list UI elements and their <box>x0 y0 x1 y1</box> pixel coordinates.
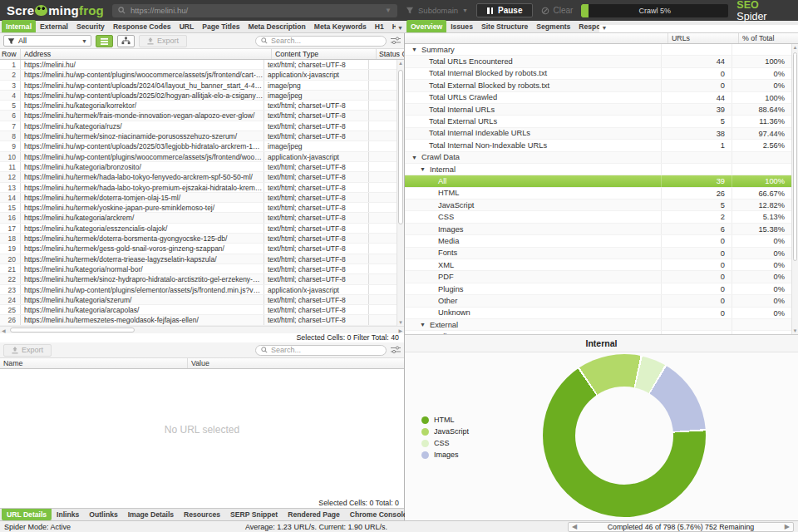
url-table-header[interactable]: Row Address Content Type Status Cod * <box>0 49 404 60</box>
overview-row-css[interactable]: CSS25.13% <box>405 211 791 223</box>
scroll-left-icon[interactable]: ◀ <box>572 523 577 530</box>
table-row[interactable]: 17https://melini.hu/kategoria/esszencial… <box>0 224 397 234</box>
tab-overflow-icon[interactable]: ▼ <box>396 25 406 32</box>
column-header-content-type[interactable]: Content Type <box>271 49 376 59</box>
bottom-tab-resources[interactable]: Resources <box>179 509 225 520</box>
overview-row-images[interactable]: Images615.38% <box>405 224 791 235</box>
bottom-tab-rendered-page[interactable]: Rendered Page <box>283 509 345 520</box>
tab-url[interactable]: URL <box>175 20 199 32</box>
collapse-icon[interactable]: ▼ <box>420 322 426 328</box>
table-row[interactable]: 22https://melini.hu/termek/sinoz-hydrapr… <box>0 274 397 284</box>
filter-dropdown[interactable]: All ▼ <box>3 35 91 47</box>
overview-row-total-internal-non-indexable-urls[interactable]: Total Internal Non-Indexable URLs12.56% <box>405 140 791 151</box>
legend-item-javascript[interactable]: JavaScript <box>421 427 469 436</box>
list-view-button[interactable] <box>96 35 113 47</box>
overview-header[interactable]: URLs % of Total <box>405 33 798 44</box>
export-button[interactable]: Export <box>3 344 52 357</box>
tab-external[interactable]: External <box>36 20 72 32</box>
overview-row-total-external-urls[interactable]: Total External URLs511.36% <box>405 116 791 127</box>
table-row[interactable]: 12https://melini.hu/termek/hada-labo-tok… <box>0 172 397 182</box>
overview-row-plugins[interactable]: Plugins00% <box>405 283 791 295</box>
vertical-scrollbar[interactable]: ▲ ▼ <box>791 44 798 334</box>
tab-overview[interactable]: Overview <box>406 20 446 32</box>
table-row[interactable]: 13https://melini.hu/termek/hada-labo-tok… <box>0 183 397 193</box>
overview-row-total-internal-urls[interactable]: Total Internal URLs3988.64% <box>405 104 791 116</box>
overview-row-xml[interactable]: XML00% <box>405 259 791 271</box>
tab-h1[interactable]: H1 <box>371 20 388 32</box>
table-row[interactable]: 7https://melini.hu/kategoria/ruzs/text/h… <box>0 121 397 131</box>
table-row[interactable]: 2https://melini.hu/wp-content/plugins/wo… <box>0 70 397 80</box>
tab-response-times[interactable]: Response Times <box>574 20 599 32</box>
overview-row-internal[interactable]: ▼Internal <box>405 164 791 175</box>
table-row[interactable]: 18https://melini.hu/termek/doterra-borsm… <box>0 234 397 244</box>
bottom-tab-image-details[interactable]: Image Details <box>123 509 179 520</box>
overview-row-total-external-blocked-by-robots-txt[interactable]: Total External Blocked by robots.txt00% <box>405 80 791 91</box>
vertical-scrollbar[interactable]: ▲ ▼ <box>397 60 404 326</box>
scroll-up-icon[interactable]: ▲ <box>792 45 798 50</box>
column-header-address[interactable]: Address <box>20 49 271 59</box>
legend-item-html[interactable]: HTML <box>421 416 469 424</box>
overview-row-total-internal-indexable-urls[interactable]: Total Internal Indexable URLs3897.44% <box>405 128 791 140</box>
table-row[interactable]: 8https://melini.hu/termek/sinoz-niacinam… <box>0 131 397 141</box>
table-row[interactable]: 3https://melini.hu/wp-content/uploads/20… <box>0 81 397 91</box>
table-row[interactable]: 5https://melini.hu/kategoria/korrektor/t… <box>0 101 397 111</box>
table-row[interactable]: 11https://melini.hu/kategoria/bronzosito… <box>0 162 397 172</box>
tab-meta-description[interactable]: Meta Description <box>244 20 310 32</box>
scroll-up-icon[interactable]: ▲ <box>397 61 404 66</box>
export-button[interactable]: Export <box>139 35 187 47</box>
clear-button[interactable]: Clear <box>541 6 573 15</box>
overview-row-total-internal-blocked-by-robots-txt[interactable]: Total Internal Blocked by robots.txt00% <box>405 68 791 80</box>
subdomain-select[interactable]: Subdomain ▼ <box>406 6 468 15</box>
filter-settings-icon[interactable] <box>391 37 401 45</box>
overview-row-total-urls-encountered[interactable]: Total URLs Encountered44100% <box>405 56 791 67</box>
table-row[interactable]: 16https://melini.hu/kategoria/arckrem/te… <box>0 213 397 223</box>
legend-item-css[interactable]: CSS <box>421 439 469 447</box>
table-row[interactable]: 10https://melini.hu/wp-content/plugins/w… <box>0 152 397 162</box>
collapse-icon[interactable]: ▼ <box>411 47 417 52</box>
url-input[interactable]: https://melini.hu/ ▼ <box>112 4 397 17</box>
tab-internal[interactable]: Internal <box>2 20 36 32</box>
scroll-down-icon[interactable]: ▼ <box>397 320 404 325</box>
column-header-pct[interactable]: % of Total <box>738 33 798 43</box>
details-table-header[interactable]: Name Value <box>0 358 404 369</box>
table-row[interactable]: 26https://melini.hu/termeszetes-megoldas… <box>0 315 397 325</box>
tab-issues[interactable]: Issues <box>446 20 477 32</box>
bottom-tab-serp-snippet[interactable]: SERP Snippet <box>225 509 283 520</box>
overview-row-all[interactable]: All39100% <box>405 175 791 187</box>
scrollbar-thumb[interactable] <box>398 70 403 224</box>
tree-view-button[interactable] <box>117 35 135 47</box>
table-row[interactable]: 4https://melini.hu/wp-content/uploads/20… <box>0 91 397 101</box>
tab-h2[interactable]: H2 <box>388 20 396 32</box>
table-row[interactable]: 24https://melini.hu/kategoria/szerum/tex… <box>0 295 397 305</box>
bottom-tab-inlinks[interactable]: Inlinks <box>52 509 84 520</box>
scrollbar-thumb[interactable] <box>793 52 797 261</box>
tab-site-structure[interactable]: Site Structure <box>477 20 532 32</box>
horizontal-scrollbar[interactable]: ◀ ▶ <box>0 326 404 333</box>
overview-row-fonts[interactable]: Fonts00% <box>405 248 791 259</box>
tab-meta-keywords[interactable]: Meta Keywords <box>310 20 371 32</box>
legend-item-images[interactable]: Images <box>421 451 469 459</box>
scrollbar-thumb[interactable] <box>10 328 135 332</box>
collapse-icon[interactable]: ▼ <box>420 166 426 172</box>
column-header-value[interactable]: Value <box>187 358 404 368</box>
overview-row-external[interactable]: ▼External <box>405 319 791 331</box>
column-header-name[interactable]: Name <box>0 358 187 368</box>
overview-row-pdf[interactable]: PDF00% <box>405 271 791 283</box>
overview-row-crawl-data[interactable]: ▼Crawl Data <box>405 152 791 164</box>
table-row[interactable]: 15https://melini.hu/termek/yoskine-japan… <box>0 203 397 213</box>
pause-button[interactable]: Pause <box>476 3 533 17</box>
scroll-right-icon[interactable]: ▶ <box>398 328 402 333</box>
table-row[interactable]: 20https://melini.hu/termek/doterra-triea… <box>0 254 397 264</box>
tab-security[interactable]: Security <box>72 20 109 32</box>
overview-row-total-urls-crawled[interactable]: Total URLs Crawled44100% <box>405 92 791 104</box>
column-header-row[interactable]: Row <box>0 49 20 59</box>
column-header-status-code[interactable]: Status Cod * <box>376 49 404 59</box>
tab-response-codes[interactable]: Response Codes <box>109 20 175 32</box>
table-row[interactable]: 21https://melini.hu/kategoria/normal-bor… <box>0 264 397 274</box>
scroll-left-icon[interactable]: ◀ <box>2 328 6 333</box>
overview-row-media[interactable]: Media00% <box>405 235 791 247</box>
table-row[interactable]: 19https://melini.hu/termek/gess-gold-sna… <box>0 244 397 254</box>
tab-page-titles[interactable]: Page Titles <box>198 20 244 32</box>
bottom-tab-outlinks[interactable]: Outlinks <box>84 509 122 520</box>
collapse-icon[interactable]: ▼ <box>411 155 417 160</box>
